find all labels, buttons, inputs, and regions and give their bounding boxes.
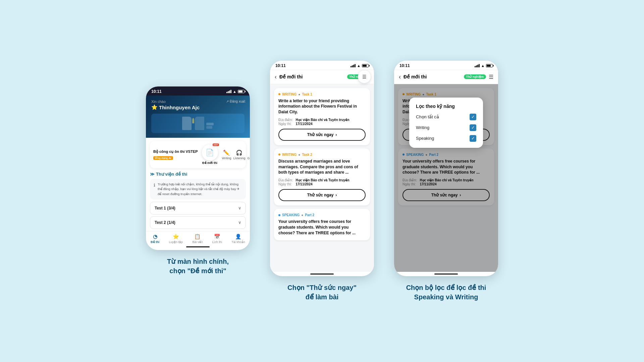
exam-card-2: WRITING ● Task 2 Discuss arranged marria… — [274, 148, 370, 205]
de-moi-thi-label: Đề mới thi — [202, 161, 217, 165]
phone3-content-area: WRITING ● Task 1 Write a letter to your … — [394, 84, 498, 272]
tools-grid: ✏️ Writing 🎧 Listening 📝 Grammar 🎤 Speak… — [222, 149, 250, 160]
home-indicator — [186, 246, 210, 247]
caption-2: Chọn "Thử sức ngay" để làm bài — [287, 283, 357, 302]
location-value-1: Học viện Báo chí và Tuyên truyền — [296, 118, 366, 122]
tools-card: Bộ công cụ ôn thi VSTEP Ứng dụng AI 📄 HO… — [150, 141, 246, 168]
nav-tai-khoan[interactable]: 👤 Tài khoản — [231, 234, 245, 244]
phone-3-frame: 10:11 ▲ ‹ Đề mới thi Thử nghiệm ☰ — [394, 61, 498, 276]
date-value-2: 17/11/2024 — [296, 182, 366, 186]
library-section: ≫ Thư viện đề thi ℹ Trường hợp kết nối c… — [146, 170, 250, 231]
nav-luyen-tap[interactable]: ⭐ Luyện tập — [169, 234, 183, 244]
tools-section: Bộ công cụ ôn thi VSTEP Ứng dụng AI 📄 HO… — [146, 138, 250, 170]
warning-icon: ℹ — [154, 182, 155, 189]
tools-text: Bộ công cụ ôn thi VSTEP Ứng dụng AI — [153, 149, 198, 160]
bai-viet-nav-icon: 📋 — [194, 234, 201, 240]
back-button-3[interactable]: ‹ — [399, 73, 401, 80]
exam-meta-2: Địa điểm: Học viện Báo chí và Tuyên truy… — [278, 178, 366, 186]
try-now-btn-2[interactable]: Thử sức ngay › — [278, 189, 366, 201]
checkbox-writing[interactable]: ✓ — [470, 124, 476, 131]
nav-bai-viet[interactable]: 📋 Bài viết — [192, 234, 203, 244]
phone-1-frame: 10:11 ▲ Xin chào ⭐ Thinhnguyen Ajc ↗ Đăn… — [146, 86, 250, 250]
signal-icon-3 — [475, 64, 480, 67]
test-1-item[interactable]: Test 1 (3/4) ∨ — [150, 202, 246, 215]
filter-lines-icon[interactable]: ☰ — [489, 74, 493, 80]
phone-3-wrapper: 10:11 ▲ ‹ Đề mới thi Thử nghiệm ☰ — [394, 61, 498, 302]
filter-all-label: Chọn tất cả — [416, 114, 439, 119]
hot-badge: HOT — [213, 143, 219, 146]
tool-grammar[interactable]: 📝 Grammar — [247, 149, 250, 160]
de-moi-thi-item[interactable]: 📄 HOT Đề mới thi — [202, 144, 218, 165]
filter-option-all[interactable]: Chọn tất cả ✓ — [416, 114, 476, 120]
filter-icon: ☰ — [362, 74, 367, 79]
time-2: 10:11 — [275, 63, 286, 68]
status-bar-3: 10:11 ▲ — [394, 61, 498, 70]
skill-label-1: WRITING ● Task 1 — [278, 93, 366, 96]
signal-icon — [226, 90, 231, 93]
exam-meta-1: Địa điểm: Học viện Báo chí và Tuyên truy… — [278, 118, 366, 126]
signal-icon-2 — [351, 64, 356, 67]
star-icon: ⭐ — [151, 104, 158, 110]
skill-dot-1 — [278, 93, 280, 95]
exam-card-3: SPEAKING ● Part 2 Your university offers… — [274, 209, 370, 240]
checkbox-speaking[interactable]: ✓ — [470, 135, 476, 142]
time-3: 10:11 — [399, 63, 410, 68]
home-indicator-2 — [310, 274, 334, 275]
status-bar-2: 10:11 ▲ — [270, 61, 374, 70]
checkbox-all[interactable]: ✓ — [470, 114, 476, 120]
thu-nghiem-badge-3: Thử nghiệm — [464, 74, 486, 79]
tool-listening[interactable]: 🎧 Listening — [233, 149, 245, 160]
phone3-header: ‹ Đề mới thi Thử nghiệm ☰ — [394, 70, 498, 84]
de-thi-nav-icon: ◔ — [153, 234, 157, 240]
book-illustration — [182, 117, 214, 130]
chevron-right-icon-2: › — [335, 193, 337, 197]
status-icons-3: ▲ — [475, 64, 493, 68]
time-1: 10:11 — [151, 89, 162, 94]
battery-icon-3 — [486, 64, 493, 67]
location-label-1: Địa điểm: — [278, 118, 293, 122]
status-bar-1: 10:11 ▲ — [146, 86, 250, 96]
filter-option-speaking[interactable]: Speaking ✓ — [416, 135, 476, 142]
chevron-down-icon-1: ∨ — [238, 206, 241, 210]
book-left — [182, 117, 192, 130]
bottom-nav: ◔ Đề thi ⭐ Luyện tập 📋 Bài viết 📅 Lịch t… — [146, 231, 250, 246]
try-now-btn-1[interactable]: Thử sức ngay › — [278, 129, 366, 141]
phone-2-frame: 10:11 ▲ ‹ Đề mới thi Thử nghiệm ☰ — [270, 61, 374, 276]
skill-dot-3 — [278, 214, 280, 216]
chevron-down-icon-2: ∨ — [238, 220, 241, 225]
listening-icon: 🎧 — [236, 149, 243, 156]
ai-badge: Ứng dụng AI — [153, 156, 173, 160]
exam-desc-1: Write a letter to your friend providing … — [278, 98, 366, 115]
caption-3: Chọn bộ lọc để lọc đề thi Speaking và Wr… — [406, 283, 486, 302]
lich-thi-nav-icon: 📅 — [214, 234, 220, 240]
exam-list-2: WRITING ● Task 1 Write a letter to your … — [270, 84, 374, 272]
phone-2-wrapper: 10:11 ▲ ‹ Đề mới thi Thử nghiệm ☰ — [270, 61, 374, 302]
location-label-2: Địa điểm: — [278, 178, 293, 182]
nav-de-thi[interactable]: ◔ Đề thi — [151, 234, 159, 244]
status-icons-1: ▲ — [226, 89, 245, 94]
tool-writing[interactable]: ✏️ Writing — [222, 149, 231, 160]
test-2-item[interactable]: Test 2 (1/4) ∨ — [150, 216, 246, 229]
wifi-icon: ▲ — [233, 89, 236, 94]
logout-button[interactable]: ↗ Đăng xuất — [226, 100, 245, 103]
filter-modal[interactable]: Lọc theo kỹ năng Chọn tất cả ✓ Writing ✓… — [409, 98, 483, 148]
skill-label-3: SPEAKING ● Part 2 — [278, 213, 366, 217]
status-icons-2: ▲ — [351, 64, 369, 68]
date-label-2: Ngày thi: — [278, 182, 293, 186]
book-right — [195, 117, 204, 130]
location-value-2: Học viện Báo chí và Tuyên truyền — [296, 178, 366, 182]
filter-modal-overlay: Lọc theo kỹ năng Chọn tất cả ✓ Writing ✓… — [394, 84, 498, 272]
filter-button-2[interactable]: ☰ — [358, 70, 371, 83]
skill-label-2: WRITING ● Task 2 — [278, 153, 366, 157]
back-button-2[interactable]: ‹ — [275, 73, 277, 80]
library-title: ≫ Thư viện đề thi — [150, 172, 246, 177]
wifi-icon-3: ▲ — [481, 64, 485, 68]
skill-dot-2 — [278, 154, 280, 156]
writing-icon: ✏️ — [223, 149, 230, 156]
phone2-header: ‹ Đề mới thi Thử nghiệm ☰ — [270, 70, 374, 84]
network-warning: ℹ Trường hợp kết nối chậm, không thể tải… — [150, 179, 246, 199]
book-stack — [206, 123, 214, 129]
exam-card-1: WRITING ● Task 1 Write a letter to your … — [274, 88, 370, 145]
filter-option-writing[interactable]: Writing ✓ — [416, 124, 476, 131]
nav-lich-thi[interactable]: 📅 Lịch thi — [212, 234, 222, 244]
